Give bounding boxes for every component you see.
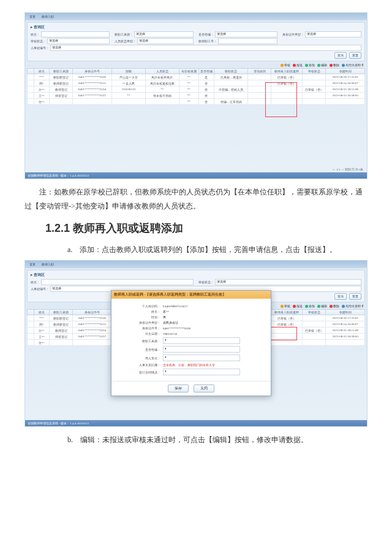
v-id-code: L640198907113017	[163, 305, 187, 308]
v-doctype: 居民身份证	[163, 321, 178, 324]
modal-title: 教师再入职或返聘 -【请选择再入职返聘类型：返聘教职工返回生效】	[111, 291, 271, 299]
inp-source[interactable]: ▾	[163, 337, 240, 344]
footer-bar: 全国教师管理信息系统 - 版本：1.4.0.20210112	[25, 172, 367, 178]
tool-edit-2[interactable]: 编辑	[317, 304, 327, 308]
section-heading: 1.2.1 教师再入职或返聘添加	[45, 221, 368, 235]
del-icon	[330, 64, 333, 67]
select-onstaff[interactable]: 请选择	[215, 31, 277, 37]
edit-icon	[317, 64, 320, 67]
tab-home-2[interactable]: 首页	[28, 262, 37, 266]
tool-submit-2[interactable]: 报送	[293, 304, 303, 308]
tabbar: 首页 教师入职	[25, 13, 367, 20]
search-panel-title-2: ▸ 查询区	[31, 272, 361, 278]
v-name: 蒋**	[163, 310, 169, 313]
tool-del[interactable]: 删除	[330, 63, 339, 67]
save-button[interactable]: 保存	[168, 385, 189, 392]
reset-button[interactable]: 重置	[349, 52, 361, 59]
table-row[interactable]: 付****否在编—正常在岗	[28, 99, 365, 105]
tab-home[interactable]: 首页	[28, 15, 37, 18]
select-audit[interactable]: 请选择	[47, 38, 110, 44]
label-idtype: 身份证件类型：	[282, 33, 304, 36]
query-button-2[interactable]: 查询	[334, 293, 347, 300]
search-panel-title: ▸ 查询区	[31, 25, 361, 30]
reset-button-2[interactable]: 重置	[349, 293, 361, 300]
add-icon	[305, 64, 308, 67]
select-idtype[interactable]: 请选择	[305, 31, 361, 37]
select-hr-no[interactable]: 请选择	[50, 45, 361, 51]
query-button[interactable]: 查询	[334, 52, 347, 59]
tool-more[interactable]: 与导出资料卡	[342, 63, 364, 67]
v-hr-note: 含本机构、分校、兼职部门的本科大学	[163, 363, 215, 367]
tab-teacher-entry-2[interactable]: 教师入职	[40, 262, 56, 266]
teacher-table: 姓名 教职工来源身份证件号 国籍人员状态 与学校隶属是否在编 教职状态变动原因 …	[27, 68, 365, 105]
tool-more-2[interactable]: 与导出资料卡	[342, 304, 364, 308]
label-onstaff: 是否在编：	[198, 33, 214, 36]
tabbar2: 首页 教师入职	[25, 261, 367, 268]
list-item-b: b. 编辑：未报送或审核未通过时，可点击【编辑】按钮，修改申请数据。	[67, 433, 368, 447]
tool-add[interactable]: 添加	[305, 63, 315, 67]
v-dob: 1983-02-02	[163, 332, 177, 335]
list-item-a: a. 添加：点击教师入职或返聘列的【添加】按钮，完善申请信息，点击【报送】。	[67, 243, 368, 257]
v-docno: 6401**********0526	[163, 327, 190, 330]
table-row[interactable]: 王**师资登记6401**********0537**在本校不在岗**否2021…	[28, 93, 365, 99]
submit-icon	[293, 64, 296, 67]
v-gender: 男	[163, 315, 166, 319]
grid-toolbar: 审核 报送 添加 编辑 删除 与导出资料卡	[25, 63, 367, 67]
table-row[interactable]: 周*教师新登记6401**********0515**县人民离开本校返校任教**…	[28, 80, 365, 86]
tool-review[interactable]: 审核	[281, 63, 290, 67]
search-panel: ▸ 查询区 姓名： 教职工来源：请选择 是否在编：请选择 身份证件类型：请选择 …	[27, 22, 365, 61]
export-icon	[342, 64, 345, 67]
input-staff-no[interactable]	[218, 38, 277, 44]
rehire-modal: 教师再入职或返聘 -【请选择再入职返聘类型：返聘教职工返回生效】 个人标识码：L…	[111, 290, 271, 396]
screenshot-teacher-list: 首页 教师入职 ▸ 查询区 姓名： 教职工来源：请选择 是否在编：请选择 身份证…	[24, 12, 368, 179]
tool-del-2[interactable]: 删除	[330, 304, 339, 308]
review-icon	[281, 64, 284, 67]
label-staff-no: 教师职工号：	[198, 39, 217, 43]
screenshot-modal: 首页 教师入职 ▸ 查询区 姓名： 审核状态：请选择 人事处编号：请选择 查询 …	[24, 260, 368, 427]
label-name: 姓名：	[31, 33, 40, 36]
tool-add-2[interactable]: 添加	[305, 304, 315, 308]
tool-review-2[interactable]: 审核	[281, 304, 290, 308]
label-hr-no: 人事处编号：	[31, 46, 49, 50]
table-row[interactable]: ***教职新登记6401**********0526芦山县**大学离开本校并离开…	[28, 74, 365, 80]
note-paragraph: 注：如教师在原学校已辞职，但教师系统中的人员状态仍为【在本单位任职】，需要联系原…	[24, 185, 368, 213]
footer-bar-2: 全国教师管理信息系统 - 版本：1.4.0.20210112	[25, 420, 367, 426]
input-name[interactable]	[41, 31, 110, 37]
tab-teacher-entry[interactable]: 教师入职	[40, 15, 56, 18]
tool-submit[interactable]: 报送	[293, 63, 303, 67]
table-header-row: 姓名 教职工来源身份证件号 国籍人员状态 与学校隶属是否在编 教职状态变动原因 …	[28, 69, 365, 74]
tool-edit[interactable]: 编辑	[317, 63, 327, 67]
label-status-type: 人员状态类型：	[115, 39, 136, 43]
inp-contract[interactable]: ▾	[163, 369, 240, 375]
select-status-type[interactable]: 请选择	[137, 38, 194, 44]
close-button[interactable]: 关闭	[194, 385, 214, 392]
select-source[interactable]: 请选择	[134, 31, 194, 37]
inp-onstaff[interactable]: ▾	[163, 346, 240, 353]
pager[interactable]: ← 1/1 → 转到 ① 共5条	[333, 167, 363, 171]
inp-employ-form[interactable]: ▾	[163, 354, 240, 361]
label-source: 教职工来源：	[115, 33, 133, 36]
label-audit: 审核状态：	[31, 39, 46, 43]
table-row[interactable]: 方**教师登记6401**********0534100036519****否不…	[28, 86, 365, 93]
